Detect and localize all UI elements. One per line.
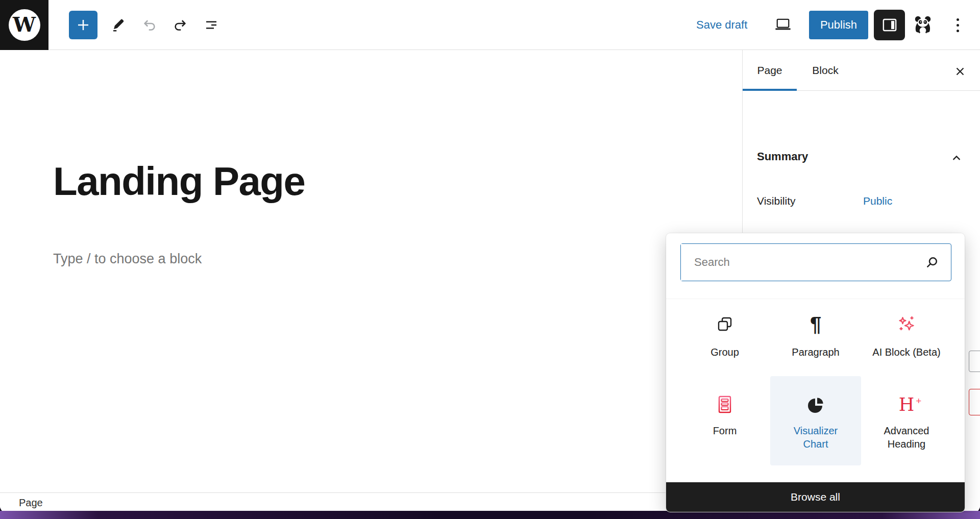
preview-desktop-icon [774, 16, 792, 34]
tab-page[interactable]: Page [743, 50, 797, 91]
paragraph-icon: ¶ [810, 315, 821, 333]
document-overview-icon [204, 17, 219, 33]
advanced-heading-icon: H + [899, 396, 915, 414]
block-tile-advanced-heading[interactable]: H + Advanced Heading [861, 376, 952, 465]
search-icon [924, 255, 940, 270]
desktop-background-strip [0, 511, 980, 519]
block-tile-group[interactable]: Group [679, 288, 770, 374]
undo-icon [142, 17, 157, 33]
breadcrumb[interactable]: Page [19, 497, 43, 509]
block-search-field [680, 243, 951, 281]
ai-sparkles-icon [897, 315, 916, 333]
redo-button[interactable] [168, 13, 192, 37]
publish-button[interactable]: Publish [809, 11, 868, 39]
options-menu-button[interactable] [946, 13, 969, 37]
wordpress-w-glyph: W [13, 14, 36, 35]
summary-panel-toggle[interactable]: Summary [743, 145, 980, 170]
block-tile-form[interactable]: Form [679, 376, 770, 465]
visibility-value-button[interactable]: Public [863, 195, 892, 207]
partially-hidden-danger-button[interactable] [969, 389, 980, 415]
empty-block-placeholder[interactable]: Type / to choose a block [53, 251, 202, 267]
chevron-up-icon [949, 151, 964, 165]
quick-inserter-popup: Group ¶ Paragraph AI Block (Beta) [666, 233, 965, 512]
summary-title: Summary [757, 150, 808, 163]
group-icon [716, 315, 734, 333]
options-kebab-icon [957, 18, 959, 21]
block-tile-visualizer-chart[interactable]: Visualizer Chart [770, 376, 861, 465]
breadcrumb-bar: Page [0, 492, 742, 513]
pie-chart-icon [806, 396, 825, 414]
preview-button[interactable] [771, 13, 795, 37]
visibility-label: Visibility [757, 195, 795, 207]
settings-panel-icon [881, 16, 898, 34]
partially-hidden-input[interactable] [969, 351, 980, 372]
block-search-input[interactable] [681, 244, 924, 281]
sidebar-tabs: Page Block [743, 50, 980, 91]
account-avatar-button[interactable] [911, 14, 935, 36]
form-icon [715, 394, 734, 415]
undo-button[interactable] [137, 13, 162, 37]
editor-top-bar: W [0, 0, 980, 50]
close-sidebar-button[interactable] [952, 64, 968, 80]
pencil-icon [111, 17, 126, 33]
wordpress-menu-button[interactable]: W [0, 0, 48, 50]
tab-block[interactable]: Block [797, 50, 854, 91]
close-icon [953, 65, 967, 78]
panda-avatar [912, 15, 934, 35]
save-draft-button[interactable]: Save draft [696, 0, 747, 50]
block-tile-paragraph[interactable]: ¶ Paragraph [770, 288, 861, 374]
browse-all-button[interactable]: Browse all [666, 482, 965, 512]
visibility-row: Visibility Public [743, 195, 980, 212]
plus-icon [76, 17, 91, 33]
settings-sidebar-toggle[interactable] [874, 10, 905, 40]
document-overview-button[interactable] [199, 13, 224, 37]
editor-window: W [0, 0, 980, 513]
block-tile-ai-block[interactable]: AI Block (Beta) [861, 288, 952, 374]
wordpress-logo: W [9, 9, 40, 41]
block-inserter-toggle-button[interactable] [69, 11, 97, 39]
editor-canvas: Landing Page Type / to choose a block [0, 50, 742, 492]
redo-icon [173, 17, 188, 33]
tools-button[interactable] [106, 13, 131, 37]
post-title[interactable]: Landing Page [53, 158, 305, 205]
